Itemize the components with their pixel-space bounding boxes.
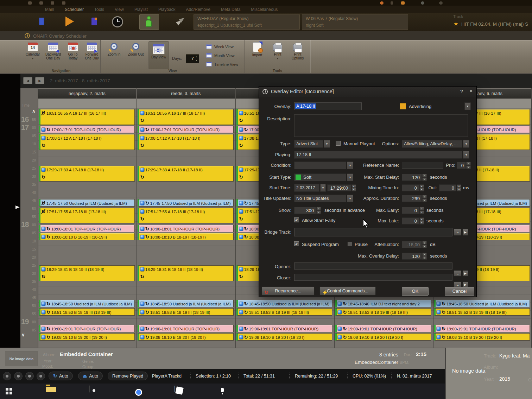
spin-down-icon[interactable]: ▾ <box>422 177 427 181</box>
spin-up-icon[interactable]: ▴ <box>316 207 321 210</box>
spin-up-icon[interactable]: ▴ <box>466 162 471 165</box>
start-date-dropdown[interactable]: ▾ <box>320 184 326 192</box>
window-titlebar[interactable]: ONAIR Overlay Scheduler <box>0 31 532 40</box>
ok-button[interactable]: OK <box>402 287 429 296</box>
start-time-input[interactable]: 17:29:00 <box>327 184 351 191</box>
schedule-entry[interactable]: 17:08-17:12 A 17-18 I (17-18 I)↻ <box>39 134 135 150</box>
recurrence-button[interactable]: ↻ Recurrence... <box>262 286 315 296</box>
condition-dropdown[interactable]: ▾ <box>347 162 353 169</box>
print-options-button[interactable]: Print Options <box>288 42 308 68</box>
max-overlay-delay-input[interactable]: 120 <box>402 253 422 260</box>
tab-miscellaneous[interactable]: Miscellaneous <box>251 7 278 12</box>
spin-up-icon[interactable]: ▴ <box>419 184 424 188</box>
tab-tools[interactable]: Tools <box>94 7 104 12</box>
day-view-button[interactable]: Day View <box>148 41 169 69</box>
schedule-entry[interactable]: ↻18:45-18:50 Uudised ja ILM (Uudised ja … <box>236 300 332 307</box>
tab-playback[interactable]: Playback <box>158 7 176 12</box>
spin-up-icon[interactable]: ▴ <box>422 253 427 256</box>
schedule-entry[interactable]: ↻18:45-18:50 Uudised ja ILM (Uudised ja … <box>434 300 530 307</box>
schedule-entry[interactable]: 17:08-17:12 A 17-18 I (17-18 I)↻ <box>138 134 234 150</box>
mixing-out-input[interactable]: 0 <box>439 184 456 191</box>
tab-add-remove[interactable]: Add/Remove <box>186 7 210 12</box>
schedule-entry[interactable]: ↻19:00-19:01 TOP-HOUR (TOP-HOUR) <box>39 325 135 332</box>
dialog-titlebar[interactable]: Overlay Editor [Occurrence] ? × <box>259 87 476 97</box>
max-early-input[interactable]: 0 <box>402 207 419 214</box>
mixing-in-input[interactable]: 0 <box>402 184 419 191</box>
schedule-entry[interactable]: 18:29-18:31 B 18-19 II (18-19 II)↻ <box>39 265 135 281</box>
options-dropdown[interactable]: ▾ <box>463 140 469 148</box>
print-button[interactable]: Print ▾ <box>270 42 286 68</box>
schedule-entry[interactable]: ↻18:51-18:53 B 18-19 III (18-19 III) <box>335 308 431 316</box>
spin-up-icon[interactable]: ▴ <box>422 241 427 245</box>
prio-spinner[interactable]: ▴▾ <box>466 162 471 169</box>
cancel-button[interactable]: Cancel <box>445 287 474 296</box>
spin-down-icon[interactable]: ▾ <box>457 188 461 191</box>
spin-up-icon[interactable]: ▴ <box>457 184 461 188</box>
help-icon[interactable] <box>439 1 443 5</box>
schedule-entry[interactable]: ↻17:51-17:55 A 17-18 III (17-18 III) <box>39 208 135 223</box>
mixing-out-spinner[interactable]: ▴▾ <box>457 184 461 191</box>
schedule-entry[interactable]: ↻18:00-18:01 TOP-HOUR (TOP-HOUR) <box>138 225 234 232</box>
schedule-entry[interactable]: ↻18:45-18:50 Uudised ja ILM (Uudised ja … <box>39 300 135 307</box>
schedule-entry[interactable]: ↻19:08-19:10 B 19-20 I (19-20 I) <box>138 333 234 341</box>
schedule-entry[interactable]: ↻19:08-19:10 B 19-20 I (19-20 I) <box>39 333 135 341</box>
previous-range-button[interactable]: ◀ <box>23 77 32 84</box>
tab-main[interactable]: Main <box>45 7 54 12</box>
scroll-up-icon[interactable]: ∧ <box>32 108 36 114</box>
reference-name-input[interactable] <box>402 162 443 169</box>
schedule-entry[interactable]: ↻18:51-18:53 B 18-19 III (18-19 III) <box>39 308 135 316</box>
clock-icon[interactable] <box>112 16 123 27</box>
bridge-track-next-button[interactable]: ▶ <box>462 229 468 236</box>
show-info-panel-2[interactable]: W 06 Aas 7 (Regular Show) night Soft <box>302 14 408 30</box>
schedule-entry[interactable]: ↻18:51-18:53 B 18-19 III (18-19 III) <box>138 308 234 316</box>
spin-down-icon[interactable]: ▾ <box>422 256 427 260</box>
bridge-track-input[interactable] <box>294 228 452 236</box>
attenuation-input[interactable]: -18,00 <box>402 241 422 248</box>
week-view-button[interactable]: Week View <box>206 44 243 51</box>
opener-input[interactable] <box>294 262 452 270</box>
backward-one-day-button[interactable]: Backward One Day <box>43 42 63 68</box>
schedule-entry[interactable]: ↻16:51-16:55 A 16-17 III (16-17 III) <box>39 109 135 125</box>
schedule-entry[interactable]: ↻19:00-19:01 TOP-HOUR (TOP-HOUR) <box>236 325 332 332</box>
mixer-icon[interactable] <box>37 372 45 380</box>
schedule-entry[interactable]: ↻18:51-18:53 B 18-19 III (18-19 III) <box>434 308 530 316</box>
max-overlay-delay-spinner[interactable]: ▴▾ <box>422 253 427 260</box>
opener-browse-button[interactable]: … <box>454 270 461 277</box>
approx-duration-spinner[interactable]: ▴▾ <box>422 195 427 202</box>
remove-played-button[interactable]: Remove Played <box>108 372 148 380</box>
spin-down-icon[interactable]: ▾ <box>419 210 424 214</box>
type-select[interactable]: Advert Slot <box>294 140 323 148</box>
mixing-in-spinner[interactable]: ▴▾ <box>419 184 424 191</box>
bridge-track-browse-button[interactable]: … <box>454 229 461 236</box>
title-updates-select[interactable]: No Title Updates <box>294 195 346 202</box>
control-commands-button[interactable]: ⚡ Control Commands... <box>319 286 376 296</box>
condition-select[interactable] <box>294 162 346 169</box>
schedule-entry[interactable]: ↻19:00-19:01 TOP-HOUR (TOP-HOUR) <box>138 325 234 332</box>
max-start-delay-spinner[interactable]: ▴▾ <box>422 174 427 181</box>
start-button-icon[interactable] <box>6 388 8 391</box>
spin-up-icon[interactable]: ▴ <box>419 207 424 210</box>
max-late-spinner[interactable]: ▴▾ <box>419 217 424 224</box>
bookmark-icon[interactable] <box>91 18 97 25</box>
schedule-entry[interactable]: ↻18:08-18:10 B 18-19 I (18-19 I) <box>138 233 234 240</box>
document-icon[interactable] <box>39 18 44 25</box>
spin-down-icon[interactable]: ▾ <box>419 221 424 224</box>
pause-checkbox[interactable] <box>348 242 352 246</box>
spin-down-icon[interactable]: ▾ <box>422 245 427 248</box>
options-select[interactable]: AllowEditing, AllowDelay, ... <box>402 140 462 148</box>
record-status-icon[interactable] <box>380 1 384 5</box>
lock-icon[interactable] <box>401 1 405 5</box>
schedule-entry[interactable]: 17:29-17:33 A 17-18 II (17-18 II)↻ <box>39 166 135 182</box>
start-time-spinner[interactable]: ▴▾ <box>352 184 356 191</box>
power-icon[interactable] <box>3 372 11 380</box>
auto-refresh-toggle[interactable]: ↻ Auto <box>49 372 73 380</box>
scroll-down-icon[interactable]: ∨ <box>21 332 25 337</box>
closer-input[interactable] <box>294 274 452 281</box>
start-date-select[interactable]: 2.03.2017 <box>294 184 319 192</box>
user-icon[interactable] <box>25 372 34 380</box>
photos-app-icon[interactable] <box>175 386 175 392</box>
schedule-entry[interactable]: ↻19:00-19:01 TOP-HOUR (TOP-HOUR) <box>434 325 530 332</box>
overlay-input[interactable]: A 17-18 II <box>294 102 362 110</box>
description-textarea[interactable] <box>294 114 468 137</box>
dialog-help-icon[interactable]: ? <box>460 89 463 94</box>
